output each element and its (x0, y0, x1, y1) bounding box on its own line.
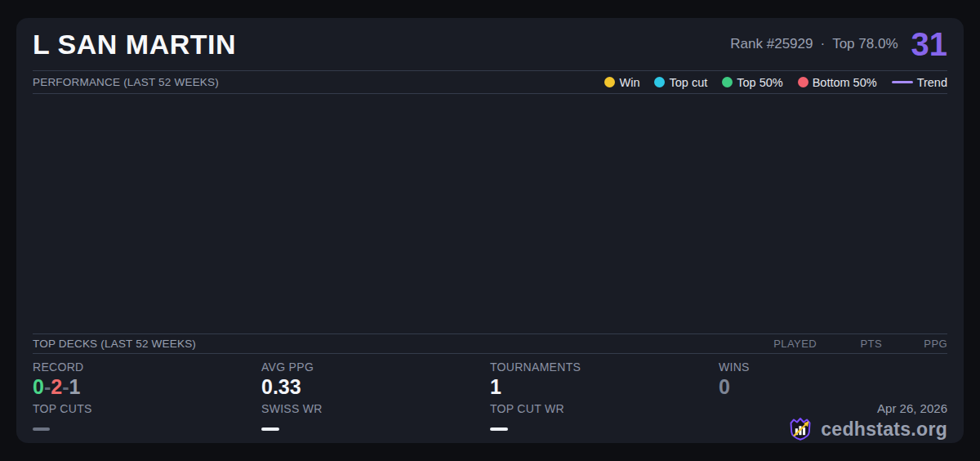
wins-value: 0 (719, 375, 730, 398)
record-value: 0-2-1 (33, 375, 80, 398)
legend-item-trend: Trend (892, 76, 947, 89)
performance-section-header: PERFORMANCE (LAST 52 WEEKS) Win Top cut … (33, 70, 947, 94)
legend-item-top-50: Top 50% (722, 76, 782, 89)
top-cut-wr-label: TOP CUT WR (490, 402, 564, 415)
win-dot-icon (604, 77, 615, 87)
tournaments-label: TOURNAMENTS (490, 360, 581, 374)
top-decks-section-header: TOP DECKS (LAST 52 WEEKS) PLAYED PTS PPG (33, 333, 947, 354)
top-cut-dot-icon (654, 77, 665, 87)
player-name-title: L SAN MARTIN (33, 29, 236, 60)
top-decks-section-label: TOP DECKS (LAST 52 WEEKS) (33, 338, 196, 350)
top-50-dot-icon (722, 77, 733, 87)
cedhstats-logo-icon (787, 416, 813, 442)
record-separator-1: - (44, 375, 51, 398)
performance-section-label: PERFORMANCE (LAST 52 WEEKS) (33, 76, 219, 88)
card-header: L SAN MARTIN Rank #25929 · Top 78.0% 31 (33, 18, 947, 70)
bottom-50-dot-icon (798, 77, 808, 87)
legend-item-bottom-50: Bottom 50% (798, 76, 877, 89)
record-label: RECORD (33, 360, 83, 374)
separator-dot: · (820, 36, 825, 52)
wins-label: WINS (719, 360, 750, 374)
generated-date: Apr 26, 2026 (877, 401, 947, 415)
top-cut-wr-empty-value (490, 427, 508, 431)
performance-chart-plot-area (33, 94, 947, 333)
legend-item-win: Win (604, 76, 639, 89)
record-wins: 0 (33, 375, 44, 398)
legend-top-50-label: Top 50% (737, 76, 782, 89)
rank-percentile: Top 78.0% (832, 36, 898, 52)
record-draws: 1 (69, 375, 80, 398)
column-header-ppg: PPG (882, 338, 947, 350)
legend-bottom-50-label: Bottom 50% (813, 76, 877, 89)
tournaments-value: 1 (490, 375, 501, 398)
stat-column-avg-ppg: AVG PPG 0.33 SWISS WR (261, 354, 474, 443)
column-header-pts: PTS (817, 338, 882, 350)
brand-lockup: cedhstats.org (787, 416, 947, 442)
stat-column-record: RECORD 0-2-1 TOP CUTS (33, 354, 245, 443)
rank-number: Rank #25929 (730, 36, 813, 52)
swiss-wr-empty-value (261, 427, 279, 431)
trend-line-icon (892, 81, 913, 83)
top-cuts-label: TOP CUTS (33, 402, 92, 415)
legend-trend-label: Trend (917, 76, 947, 89)
top-cuts-empty-value (33, 427, 50, 431)
top-decks-column-headers: PLAYED PTS PPG (751, 338, 947, 350)
score-value: 31 (911, 28, 948, 60)
player-stats-card: L SAN MARTIN Rank #25929 · Top 78.0% 31 … (16, 18, 964, 443)
chart-legend: Win Top cut Top 50% Bottom 50% Trend (604, 76, 947, 89)
avg-ppg-label: AVG PPG (261, 360, 314, 374)
stat-column-tournaments: TOURNAMENTS 1 TOP CUT WR (490, 354, 702, 443)
avg-ppg-value: 0.33 (261, 375, 301, 398)
legend-item-top-cut: Top cut (654, 76, 707, 89)
rank-summary: Rank #25929 · Top 78.0% 31 (730, 28, 947, 60)
column-header-played: PLAYED (751, 338, 817, 350)
brand-name: cedhstats.org (821, 418, 947, 441)
record-losses: 2 (51, 375, 62, 398)
legend-win-label: Win (619, 76, 639, 89)
legend-top-cut-label: Top cut (669, 76, 707, 89)
swiss-wr-label: SWISS WR (261, 402, 323, 415)
